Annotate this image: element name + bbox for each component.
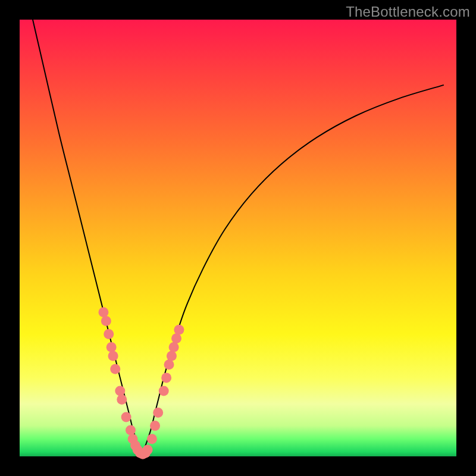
data-marker	[101, 316, 111, 326]
chart-plot-area	[20, 20, 456, 456]
curve-left-branch	[33, 20, 142, 454]
data-marker	[121, 412, 131, 422]
data-marker	[98, 307, 108, 317]
data-marker	[153, 408, 163, 418]
data-marker	[169, 342, 179, 352]
data-marker	[147, 434, 157, 444]
data-marker	[150, 421, 160, 431]
data-marker	[110, 364, 120, 374]
chart-svg	[20, 20, 456, 456]
data-marker	[115, 386, 125, 396]
data-marker	[104, 329, 114, 339]
data-marker	[117, 394, 127, 405]
data-marker	[171, 333, 181, 343]
data-marker	[143, 444, 153, 455]
data-marker	[126, 425, 136, 435]
data-marker	[164, 359, 174, 369]
data-marker	[167, 351, 177, 361]
data-marker	[159, 386, 169, 396]
data-marker	[107, 342, 117, 352]
watermark-text: TheBottleneck.com	[346, 4, 470, 20]
chart-frame: TheBottleneck.com	[0, 0, 476, 476]
marker-layer	[98, 307, 184, 459]
curve-right-branch	[142, 85, 443, 454]
data-marker	[174, 325, 184, 335]
curve-layer	[33, 20, 443, 454]
data-marker	[108, 351, 118, 361]
data-marker	[161, 372, 171, 383]
